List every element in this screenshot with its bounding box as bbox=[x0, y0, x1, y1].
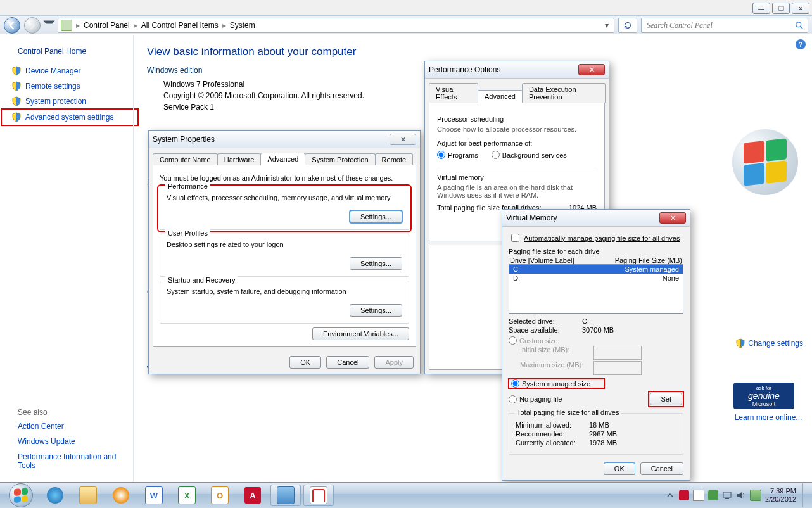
system-properties-dialog: System Properties ✕ Computer Name Hardwa… bbox=[148, 130, 421, 374]
group-legend: Processor scheduling bbox=[437, 115, 597, 123]
initial-size-input[interactable] bbox=[593, 346, 642, 360]
taskbar-outlook-icon[interactable]: O bbox=[205, 485, 235, 506]
see-also-performance-info[interactable]: Performance Information and Tools bbox=[18, 452, 125, 470]
ok-button[interactable]: OK bbox=[289, 356, 321, 369]
tabs: Visual Effects Advanced Data Execution P… bbox=[425, 79, 609, 102]
taskbar-wmp-icon[interactable] bbox=[106, 485, 136, 506]
maximum-size-input[interactable] bbox=[593, 361, 642, 375]
titlebar[interactable]: Virtual Memory ✕ bbox=[502, 210, 690, 227]
close-icon[interactable]: ✕ bbox=[659, 212, 686, 224]
tray-safely-remove-icon[interactable] bbox=[708, 490, 718, 500]
see-also-action-center[interactable]: Action Center bbox=[18, 422, 125, 431]
sidebar-item-label: Remote settings bbox=[25, 82, 80, 91]
tab-advanced[interactable]: Advanced bbox=[478, 90, 523, 103]
breadcrumb[interactable]: Control Panel bbox=[84, 21, 130, 30]
window-controls: — ❐ ✕ bbox=[752, 3, 809, 14]
dialog-title: Virtual Memory bbox=[506, 213, 557, 222]
group-legend: Performance bbox=[165, 182, 210, 190]
radio-background-services[interactable]: Background services bbox=[492, 151, 567, 159]
ok-button[interactable]: OK bbox=[604, 462, 635, 475]
recent-locations-dropdown[interactable] bbox=[44, 21, 55, 30]
sidebar-item-remote-settings[interactable]: Remote settings bbox=[6, 79, 138, 94]
close-icon[interactable]: ✕ bbox=[390, 134, 416, 145]
tab-system-protection[interactable]: System Protection bbox=[305, 153, 375, 165]
sidebar-item-system-protection[interactable]: System protection bbox=[6, 94, 138, 109]
breadcrumb[interactable]: All Control Panel Items bbox=[141, 21, 219, 30]
col-drive: Drive [Volume Label] bbox=[510, 257, 574, 264]
group-legend: Total paging file size for all drives bbox=[514, 409, 621, 416]
show-desktop-button[interactable] bbox=[802, 483, 808, 507]
search-input[interactable] bbox=[645, 20, 795, 31]
address-dropdown[interactable]: ▾ bbox=[602, 21, 611, 30]
auto-manage-checkbox[interactable]: Automatically manage paging file size fo… bbox=[509, 232, 683, 244]
breadcrumb[interactable]: System bbox=[230, 21, 255, 30]
performance-group: Performance Visual effects, processor sc… bbox=[160, 187, 409, 230]
taskbar-adobe-icon[interactable]: A bbox=[238, 485, 268, 506]
maximize-button[interactable]: ❐ bbox=[772, 3, 790, 14]
sidebar-item-device-manager[interactable]: Device Manager bbox=[6, 63, 138, 79]
back-button[interactable] bbox=[4, 17, 20, 34]
startup-settings-button[interactable]: Settings... bbox=[350, 304, 402, 317]
titlebar[interactable]: Performance Options ✕ bbox=[425, 61, 609, 79]
minimize-button[interactable]: — bbox=[752, 3, 770, 14]
vm-desc: A paging file is an area on the hard dis… bbox=[437, 184, 597, 199]
see-also-windows-update[interactable]: Windows Update bbox=[18, 437, 125, 446]
selected-drive: C: bbox=[582, 317, 589, 325]
taskbar-clock[interactable]: 7:39 PM 2/20/2012 bbox=[765, 487, 796, 504]
apply-button[interactable]: Apply bbox=[374, 356, 414, 369]
performance-desc: Visual effects, processor scheduling, me… bbox=[167, 194, 402, 201]
shield-icon bbox=[735, 338, 745, 348]
tab-advanced[interactable]: Advanced bbox=[260, 153, 305, 165]
drive-row-c[interactable]: C:System managed bbox=[509, 265, 683, 274]
selected-drive-label: Selected drive: bbox=[509, 317, 578, 325]
drive-list[interactable]: C:System managed D:None bbox=[509, 264, 683, 314]
radio-system-managed[interactable]: System managed size bbox=[511, 379, 590, 388]
performance-settings-button[interactable]: Settings... bbox=[350, 210, 402, 223]
proc-desc: Choose how to allocate processor resourc… bbox=[437, 125, 597, 133]
learn-more-link[interactable]: Learn more online... bbox=[733, 413, 803, 422]
taskbar-ie-icon[interactable] bbox=[40, 485, 70, 506]
taskbar-word-icon[interactable]: W bbox=[139, 485, 169, 506]
tray-show-hidden-icon[interactable] bbox=[665, 490, 675, 500]
radio-no-paging-file[interactable]: No paging file bbox=[509, 395, 562, 403]
refresh-button[interactable] bbox=[618, 18, 637, 33]
environment-variables-button[interactable]: Environment Variables... bbox=[312, 327, 409, 340]
titlebar[interactable]: System Properties ✕ bbox=[149, 131, 420, 148]
set-button[interactable]: Set bbox=[650, 393, 682, 405]
cancel-button[interactable]: Cancel bbox=[326, 356, 369, 369]
sidebar-item-label: Device Manager bbox=[25, 67, 80, 75]
tray-power-icon[interactable] bbox=[750, 490, 761, 501]
address-bar[interactable]: ▸ Control Panel▸ All Control Panel Items… bbox=[58, 18, 614, 33]
close-icon[interactable]: ✕ bbox=[578, 64, 605, 75]
tab-hardware[interactable]: Hardware bbox=[217, 153, 262, 165]
sidebar-item-advanced-system-settings[interactable]: Advanced system settings bbox=[1, 109, 138, 125]
drive-row-d[interactable]: D:None bbox=[509, 274, 683, 283]
change-settings-link[interactable]: Change settings bbox=[735, 338, 803, 348]
tray-flag-icon[interactable] bbox=[693, 490, 704, 501]
control-panel-home-link[interactable]: Control Panel Home bbox=[18, 47, 132, 56]
radio-programs[interactable]: Programs bbox=[437, 151, 478, 159]
tab-computer-name[interactable]: Computer Name bbox=[153, 153, 218, 165]
cancel-button[interactable]: Cancel bbox=[640, 462, 683, 475]
taskbar-control-panel-icon[interactable] bbox=[270, 485, 301, 506]
space-available: 30700 MB bbox=[582, 326, 614, 334]
maximum-size-label: Maximum size (MB): bbox=[520, 361, 590, 375]
taskbar-snipping-tool-icon[interactable] bbox=[303, 485, 334, 506]
help-icon[interactable]: ? bbox=[796, 39, 806, 49]
taskbar-explorer-icon[interactable] bbox=[73, 485, 103, 506]
search-box[interactable] bbox=[641, 18, 808, 33]
sidebar-item-label: System protection bbox=[25, 97, 86, 106]
tray-volume-icon[interactable] bbox=[736, 490, 746, 500]
forward-button[interactable] bbox=[24, 17, 41, 34]
close-button[interactable]: ✕ bbox=[792, 3, 809, 14]
start-button[interactable] bbox=[4, 483, 38, 507]
tab-remote[interactable]: Remote bbox=[375, 153, 414, 165]
tray-adobe-icon[interactable] bbox=[679, 490, 689, 500]
tray-network-icon[interactable] bbox=[722, 490, 732, 500]
tab-visual-effects[interactable]: Visual Effects bbox=[429, 83, 478, 103]
radio-custom-size[interactable]: Custom size: bbox=[509, 336, 672, 345]
tab-dep[interactable]: Data Execution Prevention bbox=[522, 83, 606, 103]
taskbar-excel-icon[interactable]: X bbox=[172, 485, 202, 506]
profiles-settings-button[interactable]: Settings... bbox=[350, 257, 402, 270]
see-also: See also Action Center Windows Update Pe… bbox=[6, 408, 133, 476]
